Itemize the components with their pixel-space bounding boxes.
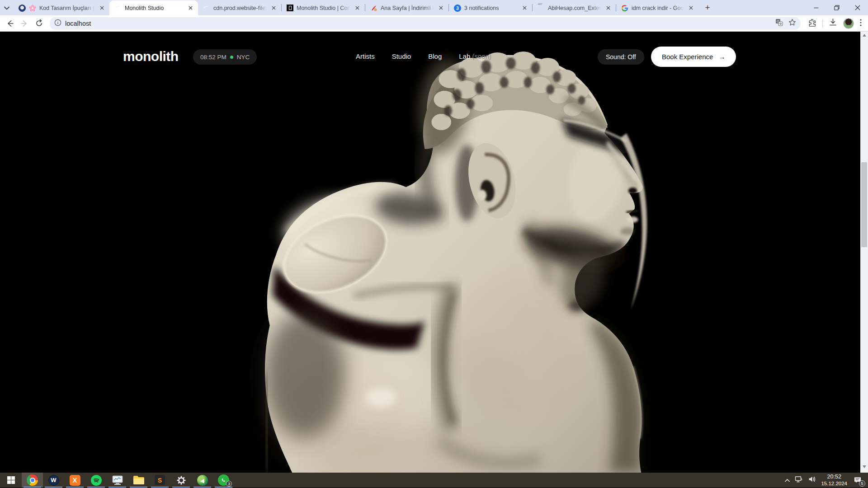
browser-tabstrip: Kod Tasarım İpuçları | Monolith Studio c… bbox=[0, 0, 868, 15]
back-button-icon[interactable] bbox=[4, 17, 16, 30]
tray-time: 20:52 bbox=[821, 474, 847, 481]
taskbar-chrome[interactable] bbox=[22, 473, 43, 488]
system-tray: 20:52 15.12.2024 5 bbox=[784, 473, 868, 488]
translate-icon[interactable]: G bbox=[775, 19, 783, 28]
action-center-button[interactable]: 5 bbox=[852, 475, 863, 486]
taskbar-windscribe[interactable]: W bbox=[43, 473, 64, 488]
tab-title: Monolith Studio bbox=[125, 5, 184, 11]
scrollbar-thumb[interactable] bbox=[861, 162, 867, 247]
city-label: NYC bbox=[237, 54, 250, 61]
time-value: 08:52 PM bbox=[200, 54, 226, 61]
spotify-icon bbox=[91, 475, 102, 486]
status-dot-icon bbox=[230, 56, 233, 59]
statue-3d-render[interactable] bbox=[0, 32, 860, 473]
site-header: monolith 08:52 PM NYC Artists Studio Blo… bbox=[0, 32, 860, 90]
notification-count-badge: 5 bbox=[859, 480, 865, 487]
new-tab-button[interactable]: + bbox=[701, 1, 714, 14]
reload-button-icon[interactable] bbox=[33, 17, 45, 30]
tab-close-icon[interactable] bbox=[604, 5, 612, 12]
address-bar[interactable]: localhost G bbox=[50, 17, 801, 30]
whatsapp-unread-badge: 3 bbox=[226, 481, 232, 487]
windscribe-icon: W bbox=[48, 475, 59, 486]
tab-title: idm crack indir - Google'd bbox=[632, 5, 684, 11]
volume-icon[interactable] bbox=[808, 476, 816, 484]
url-text[interactable]: localhost bbox=[65, 20, 772, 27]
toolbar-divider bbox=[822, 19, 823, 28]
taskbar-xampp[interactable]: X bbox=[64, 473, 85, 488]
window-restore-button[interactable] bbox=[826, 0, 847, 15]
taskbar-idm[interactable] bbox=[192, 473, 213, 488]
flower-favicon-icon bbox=[29, 5, 36, 12]
xampp-icon: X bbox=[70, 475, 80, 486]
taskbar-spotify[interactable] bbox=[85, 473, 107, 488]
site-logo[interactable]: monolith bbox=[123, 49, 179, 64]
book-experience-button[interactable]: Book Experience → bbox=[651, 47, 736, 67]
tab-title: 3 notifications bbox=[464, 5, 518, 11]
extensions-puzzle-icon[interactable] bbox=[808, 18, 816, 28]
nav-blog[interactable]: Blog bbox=[428, 52, 442, 60]
browser-menu-icon[interactable] bbox=[860, 19, 862, 28]
settings-gear-icon bbox=[176, 475, 187, 486]
file-explorer-icon bbox=[133, 475, 145, 485]
tab-close-icon[interactable] bbox=[521, 5, 528, 12]
site-info-icon[interactable] bbox=[54, 19, 61, 28]
chrome-icon bbox=[27, 474, 38, 486]
tab-close-icon[interactable] bbox=[437, 5, 444, 12]
sound-toggle-button[interactable]: Sound: Off bbox=[598, 49, 644, 65]
taskbar-whatsapp[interactable]: 3 bbox=[213, 473, 234, 488]
tab-close-icon[interactable] bbox=[98, 5, 105, 12]
cta-label: Book Experience bbox=[662, 53, 713, 61]
brush-favicon-icon bbox=[370, 5, 377, 12]
tray-clock[interactable]: 20:52 15.12.2024 bbox=[821, 474, 847, 487]
tab-close-icon[interactable] bbox=[354, 5, 361, 12]
notification-count-favicon-icon: 3 bbox=[454, 5, 461, 12]
nav-studio[interactable]: Studio bbox=[392, 52, 411, 60]
tab-notifications[interactable]: 3 3 notifications bbox=[449, 0, 532, 15]
webpage-viewport: monolith 08:52 PM NYC Artists Studio Blo… bbox=[0, 32, 860, 473]
tab-close-icon[interactable] bbox=[187, 5, 194, 12]
tab-cdn-website-files[interactable]: cdn.prod.website-files.com bbox=[198, 0, 281, 15]
taskbar-sublime-text[interactable]: S bbox=[149, 473, 170, 488]
tab-ana-sayfa[interactable]: Ana Sayfa | İndirimli Hesa bbox=[365, 0, 448, 15]
sublime-text-icon: S bbox=[155, 475, 165, 485]
taskbar-settings[interactable] bbox=[170, 473, 192, 488]
main-navigation: Artists Studio Blog Lab (soon) bbox=[356, 52, 491, 60]
tab-close-icon[interactable] bbox=[270, 5, 277, 12]
tab-idm-google-search[interactable]: idm crack indir - Google'd bbox=[616, 0, 698, 15]
tab-abihesap-extension[interactable]: AbiHesap.com_Extension_ bbox=[533, 0, 616, 15]
windows-taskbar: W X S bbox=[0, 473, 868, 488]
toolbar-actions bbox=[802, 18, 864, 29]
nav-lab[interactable]: Lab (soon) bbox=[459, 52, 491, 60]
browser-toolbar: localhost G bbox=[0, 15, 868, 32]
idm-icon bbox=[197, 475, 208, 486]
network-icon[interactable] bbox=[795, 476, 804, 485]
start-button[interactable] bbox=[0, 473, 22, 488]
tab-title: AbiHesap.com_Extension_ bbox=[548, 5, 601, 11]
window-close-button[interactable] bbox=[847, 0, 868, 15]
tray-expand-chevron-icon[interactable] bbox=[784, 476, 790, 484]
taskbar-file-explorer[interactable] bbox=[128, 473, 149, 488]
forward-button-icon[interactable] bbox=[18, 17, 31, 30]
tab-close-icon[interactable] bbox=[687, 5, 694, 12]
bookmark-star-icon[interactable] bbox=[788, 19, 796, 28]
nav-lab-soon-suffix: (soon) bbox=[472, 52, 491, 60]
tab-title: Ana Sayfa | İndirimli Hesa bbox=[381, 5, 434, 11]
tab-kod-tasarim[interactable]: Kod Tasarım İpuçları | bbox=[14, 0, 109, 15]
tab-title: cdn.prod.website-files.com bbox=[213, 5, 267, 11]
local-time-pill: 08:52 PM NYC bbox=[193, 49, 257, 65]
monolith-logo-favicon-icon bbox=[287, 5, 293, 11]
taskbar-system-monitor[interactable] bbox=[107, 473, 128, 488]
scroll-down-arrow-icon[interactable] bbox=[863, 465, 866, 468]
tab-search-chevron-icon[interactable] bbox=[0, 1, 14, 15]
nav-artists[interactable]: Artists bbox=[356, 52, 375, 60]
tab-title: Monolith Studio | Contem bbox=[297, 5, 350, 11]
tab-monolith-contem[interactable]: Monolith Studio | Contem bbox=[282, 0, 365, 15]
window-controls bbox=[806, 0, 868, 15]
scroll-up-arrow-icon[interactable] bbox=[863, 34, 866, 37]
profile-avatar[interactable] bbox=[843, 18, 854, 29]
tab-monolith-studio-active[interactable]: Monolith Studio bbox=[109, 0, 198, 15]
window-minimize-button[interactable] bbox=[806, 0, 826, 15]
page-scrollbar[interactable] bbox=[860, 32, 868, 473]
downloads-icon[interactable] bbox=[829, 18, 837, 28]
system-monitor-icon bbox=[112, 475, 123, 485]
